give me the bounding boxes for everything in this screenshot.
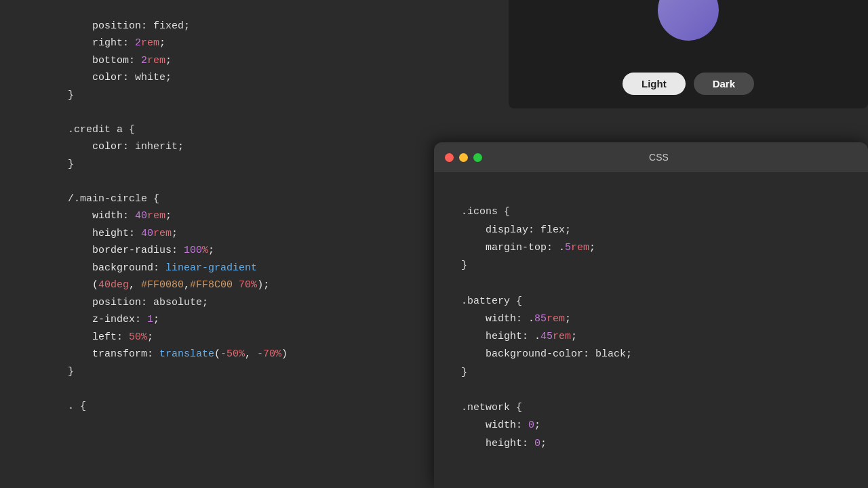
window-titlebar: CSS — [434, 142, 868, 172]
code-line: margin-top: .5rem; — [461, 242, 595, 253]
left-code-content: position: fixed; right: 2rem; bottom: 2r… — [68, 0, 495, 432]
css-editor-content: .icons { display: flex; margin-top: .5re… — [434, 172, 868, 484]
theme-buttons: Light Dark — [623, 73, 754, 95]
light-theme-button[interactable]: Light — [623, 73, 686, 95]
code-line: height: 0; — [461, 438, 547, 449]
code-line: .icons { — [461, 206, 510, 218]
code-line: bottom: 2rem; — [68, 55, 172, 66]
traffic-light-yellow[interactable] — [459, 153, 468, 162]
code-line: (40deg, #FF0080,#FF8C00 70%); — [68, 279, 269, 291]
code-line: } — [68, 366, 74, 378]
code-line: } — [68, 159, 74, 170]
code-line: height: .45rem; — [461, 331, 577, 342]
code-line: border-radius: 100%; — [68, 245, 214, 256]
code-line: color: white; — [68, 72, 172, 83]
code-line: .credit a { — [68, 124, 135, 136]
code-line: .battery { — [461, 296, 522, 307]
code-line: color: inherit; — [68, 141, 184, 152]
code-line: position: fixed; — [68, 20, 190, 32]
code-line: } — [461, 260, 467, 271]
code-line: display: flex; — [461, 224, 571, 236]
code-line: . { — [68, 401, 86, 412]
code-line: position: absolute; — [68, 297, 208, 308]
code-line: background: linear-gradient — [68, 262, 257, 274]
code-line: /.main-circle { — [68, 193, 159, 205]
code-line: width: .85rem; — [461, 313, 571, 325]
code-line: .network { — [461, 402, 522, 413]
code-line: z-index: 1; — [68, 314, 159, 325]
code-line: height: 40rem; — [68, 228, 178, 239]
code-line: background-color: black; — [461, 348, 632, 360]
dark-theme-button[interactable]: Dark — [694, 73, 754, 95]
theme-circle — [658, 0, 719, 41]
css-editor-window: CSS .icons { display: flex; margin-top: … — [434, 142, 868, 488]
traffic-light-green[interactable] — [473, 153, 482, 162]
left-code-panel: position: fixed; right: 2rem; bottom: 2r… — [0, 0, 509, 488]
code-line: width: 0; — [461, 420, 540, 431]
code-line: left: 50%; — [68, 331, 153, 343]
window-title: CSS — [649, 152, 669, 163]
code-line: width: 40rem; — [68, 210, 172, 222]
code-line: } — [68, 89, 74, 101]
code-line: } — [461, 367, 467, 378]
code-line: transform: translate(-50%, -70%) — [68, 348, 288, 360]
traffic-light-red[interactable] — [445, 153, 454, 162]
preview-panel: Light Dark — [509, 0, 868, 108]
code-line: right: 2rem; — [68, 37, 165, 49]
